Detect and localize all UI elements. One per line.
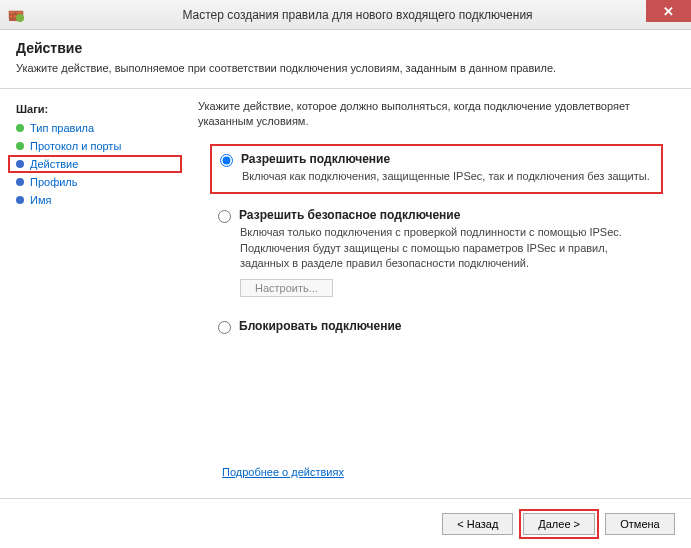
step-label: Имя bbox=[30, 194, 51, 206]
steps-heading: Шаги: bbox=[8, 99, 182, 119]
option-desc: Включая как подключения, защищенные IPSe… bbox=[242, 169, 653, 184]
svg-rect-2 bbox=[16, 11, 23, 14]
option-title[interactable]: Разрешить подключение bbox=[241, 152, 390, 166]
step-1[interactable]: Протокол и порты bbox=[8, 137, 182, 155]
step-label: Протокол и порты bbox=[30, 140, 121, 152]
option-2: Блокировать подключение bbox=[210, 313, 663, 342]
svg-rect-1 bbox=[9, 11, 15, 14]
step-bullet-icon bbox=[16, 160, 24, 168]
option-radio-1[interactable] bbox=[218, 210, 231, 223]
titlebar: Мастер создания правила для нового входя… bbox=[0, 0, 691, 30]
page-title: Действие bbox=[16, 40, 675, 56]
step-bullet-icon bbox=[16, 196, 24, 204]
firewall-icon bbox=[8, 7, 24, 23]
main-panel: Укажите действие, которое должно выполня… bbox=[190, 89, 691, 497]
window-title: Мастер создания правила для нового входя… bbox=[24, 8, 691, 22]
option-desc: Включая только подключения с проверкой п… bbox=[240, 225, 655, 271]
step-label: Действие bbox=[30, 158, 78, 170]
step-bullet-icon bbox=[16, 178, 24, 186]
back-button[interactable]: < Назад bbox=[442, 513, 513, 535]
header-section: Действие Укажите действие, выполняемое п… bbox=[0, 30, 691, 89]
step-label: Профиль bbox=[30, 176, 78, 188]
svg-point-6 bbox=[16, 14, 24, 22]
footer: < Назад Далее > Отмена bbox=[0, 498, 691, 548]
option-0: Разрешить подключениеВключая как подключ… bbox=[210, 144, 663, 194]
page-description: Укажите действие, выполняемое при соотве… bbox=[16, 62, 675, 74]
step-2[interactable]: Действие bbox=[8, 155, 182, 173]
learn-more-link[interactable]: Подробнее о действиях bbox=[222, 466, 344, 478]
next-button-highlight: Далее > bbox=[519, 509, 599, 539]
step-bullet-icon bbox=[16, 124, 24, 132]
step-4[interactable]: Имя bbox=[8, 191, 182, 209]
close-button[interactable]: ✕ bbox=[646, 0, 691, 22]
option-title[interactable]: Блокировать подключение bbox=[239, 319, 402, 333]
step-bullet-icon bbox=[16, 142, 24, 150]
option-title[interactable]: Разрешить безопасное подключение bbox=[239, 208, 460, 222]
steps-sidebar: Шаги: Тип правилаПротокол и портыДействи… bbox=[0, 89, 190, 497]
option-radio-2[interactable] bbox=[218, 321, 231, 334]
next-button[interactable]: Далее > bbox=[523, 513, 595, 535]
step-3[interactable]: Профиль bbox=[8, 173, 182, 191]
step-label: Тип правила bbox=[30, 122, 94, 134]
cancel-button[interactable]: Отмена bbox=[605, 513, 675, 535]
step-0[interactable]: Тип правила bbox=[8, 119, 182, 137]
option-1: Разрешить безопасное подключениеВключая … bbox=[210, 202, 663, 305]
svg-rect-3 bbox=[9, 15, 13, 18]
configure-button: Настроить... bbox=[240, 279, 333, 297]
instruction-text: Укажите действие, которое должно выполня… bbox=[198, 99, 663, 130]
option-radio-0[interactable] bbox=[220, 154, 233, 167]
